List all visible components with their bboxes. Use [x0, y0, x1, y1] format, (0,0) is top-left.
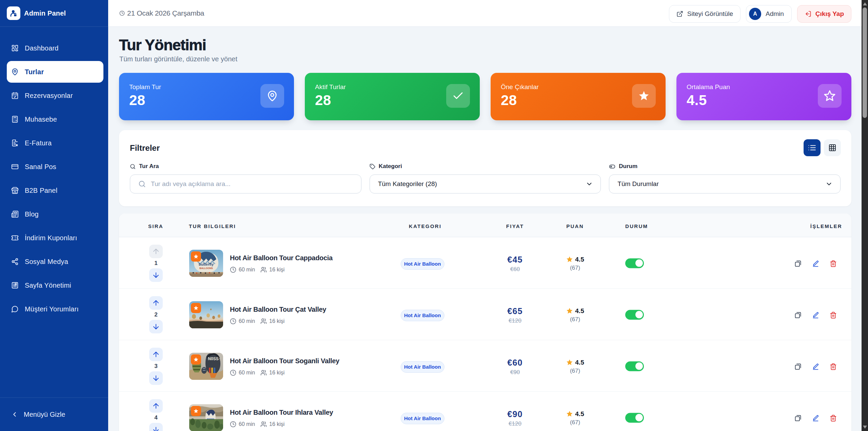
- svg-text:butterfly: butterfly: [199, 262, 214, 266]
- svg-text:N0SS: N0SS: [208, 356, 218, 361]
- svg-text:BALLOONS: BALLOONS: [199, 267, 213, 269]
